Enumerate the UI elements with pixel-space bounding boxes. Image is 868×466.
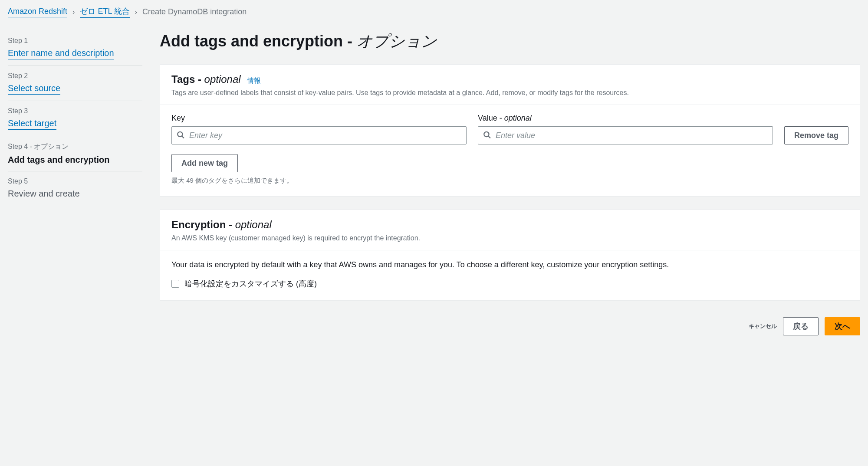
encryption-panel: Encryption - optional An AWS KMS key (cu…: [160, 210, 860, 301]
key-label: Key: [171, 114, 467, 123]
tags-panel-desc: Tags are user-defined labels that consis…: [171, 89, 848, 97]
step-title-link[interactable]: Select target: [8, 118, 56, 130]
tags-panel: Tags - optional 情報 Tags are user-defined…: [160, 64, 860, 197]
wizard-sidebar: Step 1 Enter name and description Step 2…: [8, 24, 142, 348]
tags-panel-body: Key Value - optional: [160, 105, 860, 196]
value-input[interactable]: [478, 126, 773, 144]
cancel-button[interactable]: キャンセル: [749, 322, 777, 330]
info-link[interactable]: 情報: [247, 77, 261, 84]
tag-row: Key Value - optional: [171, 114, 848, 144]
breadcrumb-link-redshift[interactable]: Amazon Redshift: [8, 7, 67, 17]
customize-encryption-row: 暗号化設定をカスタマイズする (高度): [171, 279, 848, 289]
step-label: Step 4 - オプション: [8, 142, 142, 151]
encryption-panel-body: Your data is encrypted by default with a…: [160, 250, 860, 300]
step-title: Review and create: [8, 189, 142, 199]
step-3: Step 3 Select target: [8, 101, 142, 136]
chevron-right-icon: ›: [135, 8, 137, 16]
step-label: Step 2: [8, 72, 142, 80]
step-label: Step 1: [8, 37, 142, 45]
step-title-active: Add tags and encryption: [8, 155, 142, 165]
page-title-prefix: Add tags and encryption -: [160, 32, 357, 50]
step-2: Step 2 Select source: [8, 66, 142, 101]
step-1: Step 1 Enter name and description: [8, 31, 142, 66]
wizard-footer: キャンセル 戻る 次へ: [160, 314, 860, 335]
step-label: Step 3: [8, 107, 142, 115]
next-button[interactable]: 次へ: [825, 317, 860, 335]
step-title-link[interactable]: Enter name and description: [8, 48, 114, 59]
encryption-panel-header: Encryption - optional An AWS KMS key (cu…: [160, 210, 860, 250]
add-new-tag-button[interactable]: Add new tag: [171, 154, 238, 172]
encryption-panel-desc: An AWS KMS key (customer managed key) is…: [171, 234, 848, 242]
step-4: Step 4 - オプション Add tags and encryption: [8, 136, 142, 171]
step-title-link[interactable]: Select source: [8, 83, 60, 95]
breadcrumb: Amazon Redshift › ゼロ ETL 統合 › Create Dyn…: [0, 0, 868, 24]
customize-encryption-label: 暗号化設定をカスタマイズする (高度): [184, 279, 317, 289]
remove-tag-button[interactable]: Remove tag: [784, 126, 848, 144]
step-5: Step 5 Review and create: [8, 171, 142, 205]
customize-encryption-checkbox[interactable]: [171, 280, 179, 288]
remove-tag-col: Remove tag: [784, 126, 848, 144]
page-title: Add tags and encryption - オプション: [160, 31, 860, 52]
breadcrumb-current: Create DynamoDB integration: [142, 7, 247, 16]
key-input[interactable]: [171, 126, 467, 144]
value-label: Value - optional: [478, 114, 773, 123]
step-label: Step 5: [8, 177, 142, 185]
encryption-body-text: Your data is encrypted by default with a…: [171, 259, 848, 271]
tags-panel-title: Tags - optional: [171, 73, 243, 85]
chevron-right-icon: ›: [72, 8, 75, 16]
encryption-panel-title: Encryption - optional: [171, 219, 272, 230]
main-content: Add tags and encryption - オプション Tags - o…: [160, 24, 860, 348]
tags-hint: 最大 49 個のタグをさらに追加できます。: [171, 177, 848, 185]
breadcrumb-link-zero-etl[interactable]: ゼロ ETL 統合: [80, 6, 129, 18]
tag-value-col: Value - optional: [478, 114, 773, 144]
page-title-suffix: オプション: [357, 32, 437, 50]
tag-key-col: Key: [171, 114, 467, 144]
back-button[interactable]: 戻る: [783, 317, 819, 335]
tags-panel-header: Tags - optional 情報 Tags are user-defined…: [160, 65, 860, 105]
